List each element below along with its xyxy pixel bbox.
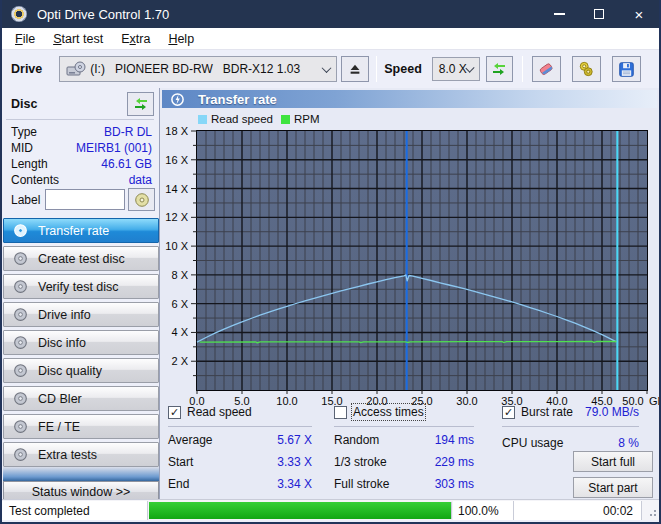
- stat-value: 303 ms: [435, 477, 474, 491]
- menu-item-help[interactable]: Help: [159, 30, 203, 48]
- read-speed-checkbox-row: ✓ Read speed: [168, 405, 252, 419]
- settings-tools-button[interactable]: [572, 56, 601, 82]
- save-button[interactable]: [612, 56, 641, 82]
- disc-label-caption: Label: [11, 193, 40, 207]
- sidebar-item-label: Disc info: [38, 336, 86, 350]
- sidebar-item-verify-test-disc[interactable]: Verify test disc: [3, 274, 159, 299]
- read-speed-checkbox-label: Read speed: [187, 405, 252, 419]
- legend-label: RPM: [294, 113, 320, 125]
- y-axis-label: 18 X: [165, 125, 188, 137]
- burst-rate-value: 79.0 MB/s: [502, 405, 639, 419]
- sidebar-item-cd-bler[interactable]: CD Bler: [3, 386, 159, 411]
- menu-item-extra[interactable]: Extra: [112, 30, 159, 48]
- stat-label: End: [168, 477, 189, 491]
- disc-label-input[interactable]: [45, 189, 125, 210]
- access-times-checkbox[interactable]: [334, 406, 347, 419]
- sidebar-item-transfer-rate[interactable]: Transfer rate: [3, 218, 159, 243]
- speed-value: 8.0 X: [439, 62, 467, 76]
- stat-row: Start3.33 X: [168, 451, 312, 473]
- start-full-button[interactable]: Start full: [573, 451, 653, 472]
- sidebar-item-disc-info[interactable]: Disc info: [3, 330, 159, 355]
- sidebar-item-label: Verify test disc: [38, 280, 119, 294]
- group-separator: [502, 426, 639, 427]
- menu-item-start-test[interactable]: Start test: [44, 30, 112, 48]
- disc-info-row: MIDMEIRB1 (001): [11, 140, 152, 156]
- stat-label: Start: [168, 455, 193, 469]
- disc-info-label: Type: [11, 125, 37, 139]
- close-icon: ×: [635, 6, 644, 23]
- elapsed-time-cell: 00:02: [514, 501, 642, 520]
- speed-combobox[interactable]: 8.0 X: [432, 57, 480, 81]
- x-axis-unit: GB: [649, 395, 661, 407]
- y-axis-label: 4 X: [171, 326, 188, 338]
- y-axis-label: 16 X: [165, 154, 188, 166]
- disc-label-row: Label: [11, 188, 155, 212]
- sidebar-item-extra-tests[interactable]: Extra tests: [3, 442, 159, 467]
- refresh-speed-button[interactable]: [486, 56, 513, 82]
- disc-info-label: Length: [11, 157, 48, 171]
- disc-info-row: Length46.61 GB: [11, 156, 152, 172]
- disc-icon: [13, 279, 28, 294]
- legend-swatch: [281, 115, 290, 124]
- app-disc-icon: [11, 6, 27, 22]
- menu-item-file[interactable]: File: [6, 30, 44, 48]
- refresh-icon: [491, 61, 507, 77]
- y-axis-label: 14 X: [165, 183, 188, 195]
- disc-info-value: BD-R DL: [104, 125, 152, 139]
- drive-value: (I:) PIONEER BD-RW BDR-X12 1.03: [90, 62, 300, 76]
- title-bar: Opti Drive Control 1.70 ×: [2, 0, 659, 28]
- stat-row: Random194 ms: [334, 429, 474, 451]
- minimize-button[interactable]: [539, 0, 579, 28]
- maximize-button[interactable]: [579, 0, 619, 28]
- drive-combobox[interactable]: (I:) PIONEER BD-RW BDR-X12 1.03: [59, 56, 337, 82]
- status-text-cell: Test completed: [2, 501, 148, 520]
- disc-info-value: data: [129, 173, 152, 187]
- x-axis-label: 10.0: [276, 395, 297, 407]
- stat-label: Average: [168, 433, 212, 447]
- sidebar-item-label: Drive info: [38, 308, 91, 322]
- app-window: Opti Drive Control 1.70 × FileStart test…: [0, 0, 661, 524]
- divider: [6, 119, 154, 120]
- disc-icon: [13, 391, 28, 406]
- read-speed-checkbox[interactable]: ✓: [168, 406, 181, 419]
- sidebar-item-drive-info[interactable]: Drive info: [3, 302, 159, 327]
- erase-disc-button[interactable]: [532, 56, 561, 82]
- series-rpm: [200, 342, 617, 343]
- resize-grip[interactable]: [646, 506, 656, 516]
- disc-icon: [13, 223, 28, 238]
- disc-info-list: TypeBD-R DLMIDMEIRB1 (001)Length46.61 GB…: [11, 124, 152, 188]
- toolbar-separator: [376, 56, 377, 82]
- stat-value: 3.34 X: [277, 477, 312, 491]
- stat-label: 1/3 stroke: [334, 455, 387, 469]
- disc-panel: Disc TypeBD-R DLMIDMEIRB1 (001)Length46.…: [2, 88, 160, 499]
- menu-bar: FileStart testExtraHelp: [2, 28, 659, 50]
- refresh-disc-button[interactable]: [127, 92, 154, 116]
- stat-value: 3.33 X: [277, 455, 312, 469]
- maximize-icon: [594, 9, 604, 19]
- start-part-button[interactable]: Start part: [573, 477, 653, 498]
- sidebar-item-create-test-disc[interactable]: Create test disc: [3, 246, 159, 271]
- x-axis-label: 30.0: [456, 395, 477, 407]
- stat-value: 5.67 X: [277, 433, 312, 447]
- drive-combo-icon: [66, 61, 86, 77]
- sidebar-item-fe-te[interactable]: FE / TE: [3, 414, 159, 439]
- close-button[interactable]: ×: [619, 0, 659, 28]
- eject-button[interactable]: [341, 56, 369, 82]
- disc-info-row: TypeBD-R DL: [11, 124, 152, 140]
- refresh-icon: [133, 96, 149, 112]
- disc-info-label: MID: [11, 141, 33, 155]
- eraser-icon: [537, 60, 555, 78]
- read-label-button[interactable]: [128, 188, 155, 211]
- sidebar-item-disc-quality[interactable]: Disc quality: [3, 358, 159, 383]
- speed-label: Speed: [384, 62, 422, 76]
- stat-label: Full stroke: [334, 477, 389, 491]
- stat-value: 229 ms: [435, 455, 474, 469]
- sidebar-item-label: CD Bler: [38, 392, 82, 406]
- stat-row: End3.34 X: [168, 473, 312, 495]
- disc-search-icon: [134, 192, 150, 208]
- legend-swatch: [198, 115, 207, 124]
- section-title: Transfer rate: [198, 92, 277, 107]
- chevron-down-icon: [322, 63, 332, 73]
- disc-icon: [13, 419, 28, 434]
- stat-row: Average5.67 X: [168, 429, 312, 451]
